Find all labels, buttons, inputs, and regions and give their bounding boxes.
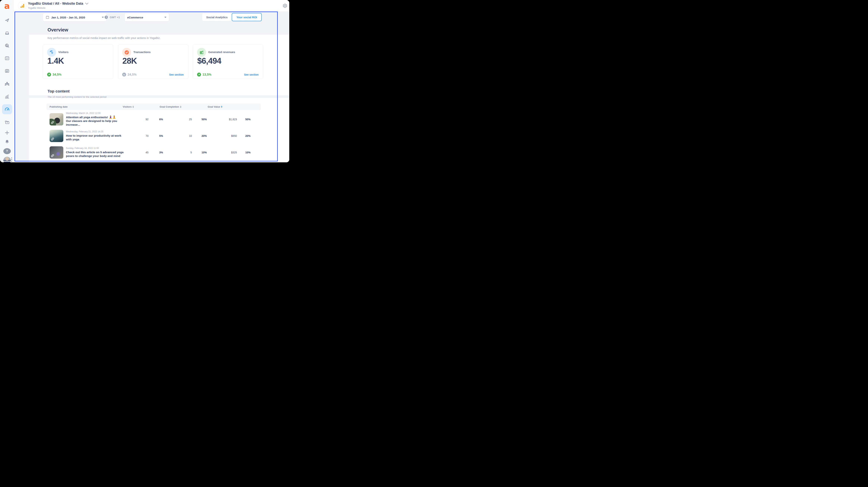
metric-card-visitors: Visitors 1.4K 34,5% — [43, 44, 113, 79]
visitors-value: 92 — [128, 118, 149, 121]
table-row[interactable]: Sunday, February 18, 2022 11:00 Check ou… — [46, 144, 261, 161]
tab-social-analytics[interactable]: Social Analytics — [202, 13, 232, 21]
post-thumbnail — [50, 146, 63, 159]
metric-label: Generated revenues — [208, 51, 235, 54]
table-row[interactable]: Wednesday, March 14, 2022 12:00 Attentio… — [46, 111, 261, 128]
visitors-value: 45 — [128, 151, 149, 154]
agorapulse-logo[interactable]: a — [0, 2, 14, 10]
cursor-click-icon — [47, 48, 56, 57]
profile-subtitle: YogaBiz Website — [28, 7, 45, 9]
column-goal-completion-sort[interactable]: Goal Completion — [160, 103, 181, 110]
link-icon — [51, 137, 55, 141]
account-menu-kebab-icon[interactable] — [11, 158, 12, 162]
inbox-icon[interactable] — [0, 30, 14, 36]
check-circle-icon — [122, 48, 131, 57]
metric-delta: 34,5% — [47, 73, 61, 76]
visitors-pct: 3% — [149, 151, 163, 154]
visitors-pct: 5% — [149, 134, 163, 137]
table-body: Wednesday, March 14, 2022 12:00 Attentio… — [46, 111, 261, 161]
post-title: Check out this article on 5 advanced yog… — [66, 151, 123, 158]
caret-down-icon — [102, 17, 104, 18]
metric-label: Visitors — [58, 51, 68, 54]
social-listening-icon[interactable] — [0, 43, 14, 48]
goal-value: $1,623 — [207, 118, 237, 121]
sort-icon — [180, 106, 181, 108]
add-icon[interactable] — [0, 130, 14, 135]
link-icon — [51, 121, 55, 125]
sidebar: a — [0, 0, 14, 162]
post-thumbnail — [50, 130, 63, 142]
notifications-bell-icon[interactable] — [0, 139, 14, 144]
audience-icon[interactable] — [0, 81, 14, 86]
goal-completion-pct: 50% — [192, 118, 207, 121]
profile-switcher[interactable]: YogaBiz Global / All - Website Data — [28, 2, 89, 6]
metric-value: 28K — [122, 56, 137, 66]
help-icon[interactable]: ? — [0, 148, 14, 154]
metric-delta: 13,5% — [197, 73, 211, 76]
metric-card-transactions: Transactions 28K 24,5% See section — [118, 44, 188, 79]
table-header: Publishing date Visitors Goal Completion… — [46, 103, 261, 110]
see-section-link[interactable]: See section — [169, 73, 184, 76]
visitors-value: 70 — [128, 134, 149, 137]
reports-notepad-icon[interactable] — [0, 68, 14, 73]
trend-up-icon — [197, 73, 201, 76]
chevron-down-icon — [85, 3, 89, 5]
column-visitors-sort[interactable]: Visitors — [123, 103, 134, 110]
page-title: YogaBiz Global / All - Website Data — [28, 2, 83, 6]
metric-value: $6,494 — [197, 56, 221, 66]
post-title: Attention all yoga enthusiasts! 🧘‍♀️🧘 Ou… — [66, 116, 128, 127]
goal-value-pct: 10% — [237, 151, 251, 154]
settings-gear-icon[interactable] — [283, 3, 287, 8]
metric-card-revenues: Generated revenues $6,494 13,5% See sect… — [193, 44, 263, 79]
google-analytics-icon — [18, 1, 26, 10]
calendar-icon[interactable] — [0, 56, 14, 61]
post-thumbnail — [50, 113, 63, 126]
metric-delta: 24,5% — [122, 73, 136, 76]
metric-value: 1.4K — [47, 56, 64, 66]
post-date: Wednesday, March 14, 2022 12:00 — [66, 112, 128, 115]
sort-icon — [132, 106, 134, 108]
overview-title: Overview — [48, 27, 68, 33]
sort-icon-active-asc — [221, 106, 222, 108]
top-content-subtitle: The 10 most performing content for the s… — [48, 96, 106, 98]
calendar-icon — [45, 15, 49, 19]
post-date: Wednesday, February 21, 2022 14:25 — [66, 130, 121, 133]
top-header: YogaBiz Global / All - Website Data Yoga… — [14, 0, 289, 11]
trend-down-icon — [122, 73, 126, 76]
goal-value: $325 — [207, 151, 237, 154]
tab-your-social-roi[interactable]: Your social ROI — [232, 13, 262, 21]
goal-value-pct: 50% — [237, 118, 251, 121]
top-content-title: Top content — [48, 89, 70, 93]
column-publishing-date: Publishing date — [50, 103, 68, 110]
view-tabs: Social Analytics Your social ROI — [202, 13, 262, 21]
metric-label: Transactions — [133, 51, 151, 54]
goal-completion-pct: 10% — [192, 151, 207, 154]
publishing-send-icon[interactable] — [0, 18, 14, 23]
column-goal-value-sort[interactable]: Goal Value — [208, 103, 222, 110]
overview-subtitle: Key performance metrics of social media … — [48, 36, 161, 39]
timezone-indicator: GMT +1 — [104, 13, 120, 21]
goal-value-pct: 20% — [237, 134, 251, 137]
visitors-pct: 6% — [149, 118, 163, 121]
date-range-value: Jan 1, 2020 - Jan 31, 2020 — [51, 16, 85, 19]
post-title: How to improve our productivity at work … — [66, 134, 121, 141]
see-section-link[interactable]: See section — [244, 73, 258, 76]
goal-completion-pct: 20% — [192, 134, 207, 137]
post-date: Sunday, February 18, 2022 11:00 — [66, 147, 123, 150]
link-icon — [51, 154, 55, 158]
goal-completion-value: 5 — [163, 151, 192, 154]
metric-selector-dropdown[interactable]: eCommerce — [124, 13, 169, 22]
goal-completion-value: 10 — [163, 134, 192, 137]
stats-growth-icon[interactable] — [0, 94, 14, 99]
table-row[interactable]: Wednesday, February 21, 2022 14:25 How t… — [46, 128, 261, 144]
clock-icon — [104, 15, 108, 19]
trend-up-icon — [47, 73, 51, 76]
metric-selector-value: eCommerce — [127, 16, 143, 19]
app-window: a — [0, 0, 289, 162]
wallet-icon — [197, 48, 206, 57]
media-library-icon[interactable] — [0, 120, 14, 125]
roi-gauge-icon[interactable] — [0, 104, 14, 114]
goal-completion-value: 25 — [163, 118, 192, 121]
date-range-picker[interactable]: Jan 1, 2020 - Jan 31, 2020 — [43, 13, 106, 22]
caret-down-icon — [164, 17, 166, 18]
